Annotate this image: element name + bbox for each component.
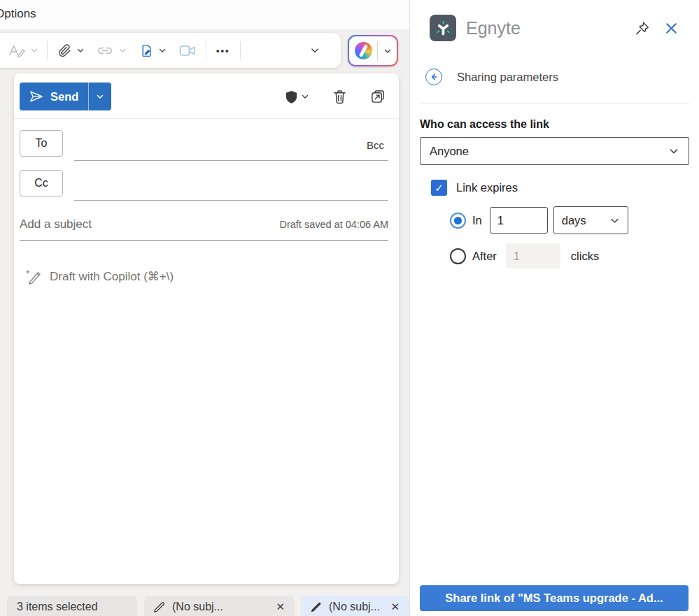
close-panel-button[interactable] [662,19,681,38]
egnyte-logo-icon [430,15,456,41]
close-icon[interactable]: ✕ [273,599,288,615]
chevron-down-icon [301,92,309,101]
link-expires-checkbox[interactable]: ✓ [431,180,447,196]
panel-nav: Sharing parameters [410,69,699,85]
options-menu[interactable]: Options [0,7,36,21]
chevron-down-icon [609,215,620,226]
copilot-button[interactable] [348,35,398,66]
send-button-label: Send [50,90,78,103]
back-button[interactable] [425,69,442,85]
screen: { "window": { "options_label": "Options"… [0,0,699,616]
link-expires-label: Link expires [456,181,518,194]
signature-icon [139,43,154,58]
toolbar-divider [47,41,48,59]
subject-input[interactable]: Add a subject [20,217,92,231]
check-icon: ✓ [435,182,444,194]
cc-button[interactable]: Cc [20,170,63,196]
chevron-down-icon[interactable] [75,45,86,56]
bcc-button[interactable]: Bcc [362,139,388,151]
insert-link-button[interactable] [93,41,117,60]
close-icon[interactable]: ✕ [388,599,402,615]
chevron-down-icon[interactable] [117,45,128,56]
message-body[interactable]: Draft with Copilot (⌘+\) [14,268,399,285]
send-icon [29,89,44,103]
access-question-label: Who can access the link [420,118,689,131]
expires-in-row: In days [450,206,689,234]
toolbar-divider [206,41,206,59]
chevron-down-icon[interactable] [29,45,40,56]
egnyte-panel: Egnyte Sharing parameters [409,0,699,616]
font-format-button[interactable] [6,41,29,60]
toolbar-dropdown[interactable] [309,44,321,57]
signature-button[interactable] [136,41,157,61]
expires-in-radio[interactable] [450,213,466,229]
recipients-section: To Bcc Cc [14,119,399,201]
compose-window: Options [0,0,409,616]
panel-header: Egnyte [410,0,699,41]
copilot-icon [355,42,372,59]
toolbar-divider [240,41,241,59]
expires-after-value-input[interactable] [506,243,560,268]
shield-icon [285,90,297,103]
access-select-value: Anyone [430,145,469,158]
items-selected-chip[interactable]: 3 items selected [7,596,137,616]
draft-saved-status: Draft saved at 04:06 AM [279,219,388,230]
draft-tab[interactable]: (No subj... ✕ [144,596,295,616]
close-icon [664,21,679,36]
subject-row: Add a subject Draft saved at 04:06 AM [20,217,388,241]
link-icon [96,44,114,57]
expires-after-label: After [472,250,497,263]
expires-after-row: After clicks [450,243,689,268]
expires-unit-select[interactable]: days [553,206,628,234]
chevron-down-icon[interactable] [383,47,392,55]
expires-after-radio[interactable] [450,248,466,264]
cc-input[interactable] [74,170,388,201]
expires-in-value-input[interactable] [490,207,548,234]
link-expires-row[interactable]: ✓ Link expires [431,180,689,196]
send-options-button[interactable] [88,83,111,110]
copilot-pen-icon [24,268,42,285]
access-section: Who can access the link Anyone ✓ Link ex… [410,103,699,268]
radio-dot [454,217,462,224]
paperclip-icon [57,43,72,58]
clicks-label: clicks [571,250,599,263]
items-selected-label: 3 items selected [17,601,98,613]
format-toolbar: ••• [0,33,341,68]
more-options-button[interactable]: ••• [213,43,233,59]
open-in-new-window-button[interactable] [367,87,388,107]
draft-tab-label: (No subj... [172,601,267,613]
discard-draft-button[interactable] [330,87,349,107]
button-divider [377,41,378,61]
attach-file-button[interactable] [55,41,75,61]
panel-title: Egnyte [466,18,632,38]
copilot-draft-hint: Draft with Copilot (⌘+\) [50,269,174,284]
send-toolbar: Send [14,73,399,119]
chevron-down-icon[interactable] [157,45,168,56]
expires-in-label: In [472,214,482,227]
chevron-down-icon [668,145,679,157]
video-meeting-button[interactable] [176,41,199,60]
nav-title: Sharing parameters [457,71,558,84]
trash-icon [333,89,346,104]
pen-filled-icon [309,601,323,614]
popout-icon [370,89,385,104]
cc-row: Cc [20,170,388,201]
draft-tab-active[interactable]: (No subj... ✕ [301,596,409,616]
send-button[interactable]: Send [20,83,88,110]
ribbon-area: Options [0,0,409,29]
to-input[interactable]: Bcc [74,130,388,161]
share-link-button[interactable]: Share link of "MS Teams upgrade - Ad... [420,585,689,611]
draft-tab-label: (No subj... [329,601,381,613]
font-format-icon [8,44,26,57]
expires-unit-value: days [562,214,586,227]
ellipsis-icon: ••• [216,45,230,56]
encryption-button[interactable] [283,87,312,106]
video-camera-icon [179,44,196,57]
to-row: To Bcc [20,130,388,161]
access-select[interactable]: Anyone [420,137,689,165]
pen-outline-icon [153,601,166,614]
to-button[interactable]: To [20,130,63,157]
pin-button[interactable] [632,18,652,38]
draft-taskbar: 3 items selected (No subj... ✕ (No subj.… [0,596,409,616]
compose-card: Send [14,73,399,584]
